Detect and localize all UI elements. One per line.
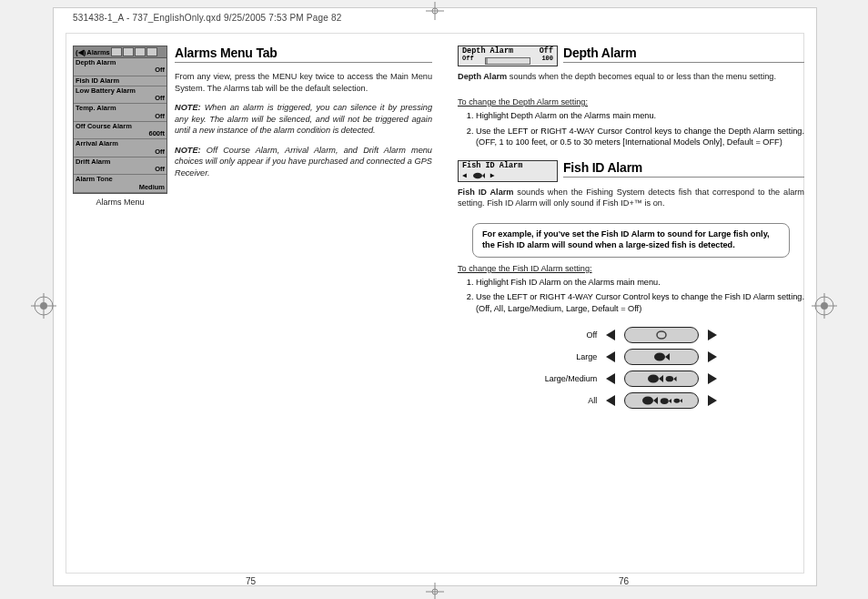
arrow-right-icon <box>704 325 721 345</box>
fish-option-label: Large/Medium <box>541 369 601 389</box>
fish-id-setting-box: Fish ID Alarm ◀ ▶ <box>458 160 558 181</box>
menu-row: Alarm ToneMedium <box>74 175 167 193</box>
depth-alarm-section: Depth AlarmOff Off100 Depth Alarm Depth … <box>458 46 804 91</box>
fish-id-options-table: OffLargeLarge/MediumAll <box>540 323 723 412</box>
fish-id-example-box: For example, if you've set the Fish ID A… <box>472 223 790 258</box>
depth-alarm-setting-box: Depth AlarmOff Off100 <box>458 46 558 66</box>
menu-row: Off Course Alarm600ft <box>74 122 167 140</box>
svg-marker-20 <box>659 375 663 382</box>
svg-point-14 <box>473 173 482 178</box>
registration-mark-right <box>812 293 837 319</box>
fish-option-label: All <box>541 391 601 411</box>
fish-option-row: Large/Medium <box>541 369 722 389</box>
page-number-left: 75 <box>246 576 256 586</box>
fishid-step-2: Use the LEFT or RIGHT 4-WAY Cursor Contr… <box>476 291 804 314</box>
right-column: Depth AlarmOff Off100 Depth Alarm Depth … <box>458 46 804 563</box>
svg-point-27 <box>674 399 681 403</box>
fish-option-icon <box>624 392 699 409</box>
registration-mark-left <box>31 293 56 319</box>
menu-header: (◀)Alarms <box>74 46 167 58</box>
print-header: 531438-1_A - 737_EnglishOnly.qxd 9/25/20… <box>73 13 342 23</box>
depth-step-1: Highlight Depth Alarm on the Alarms main… <box>476 110 804 121</box>
fish-id-intro: Fish ID Alarm sounds when the Fishing Sy… <box>458 187 804 209</box>
fish-option-label: Off <box>541 325 601 345</box>
svg-marker-28 <box>680 399 682 402</box>
svg-point-17 <box>654 353 665 361</box>
svg-point-21 <box>666 376 673 381</box>
svg-point-19 <box>648 375 659 383</box>
menu-caption: Alarms Menu <box>73 198 167 207</box>
fish-id-change-heading: To change the Fish ID Alarm setting: <box>458 263 804 274</box>
fish-id-steps: Highlight Fish ID Alarm on the Alarms ma… <box>458 277 804 314</box>
svg-marker-22 <box>673 376 676 381</box>
arrow-right-icon <box>704 391 721 411</box>
page-number-right: 76 <box>619 576 629 586</box>
arrow-left-icon <box>602 369 619 389</box>
crop-mark-top <box>426 2 444 20</box>
svg-point-23 <box>642 397 653 405</box>
svg-marker-15 <box>482 173 485 178</box>
fishid-step-1: Highlight Fish ID Alarm on the Alarms ma… <box>476 277 804 288</box>
alarms-menu-screenshot: (◀)Alarms Depth AlarmOffFish ID AlarmLow… <box>73 46 167 207</box>
section-rule <box>563 62 804 63</box>
arrow-left-icon <box>602 325 619 345</box>
menu-row: Drift AlarmOff <box>74 157 167 176</box>
fish-option-row: Off <box>541 325 722 345</box>
fish-option-icon <box>624 327 699 343</box>
depth-step-2: Use the LEFT or RIGHT 4-WAY Cursor Contr… <box>476 126 804 148</box>
fish-option-row: All <box>541 391 722 411</box>
depth-alarm-intro: Depth Alarm sounds when the depth become… <box>458 71 804 82</box>
arrow-right-icon <box>704 369 721 389</box>
arrow-left-icon <box>602 347 619 367</box>
menu-row: Low Battery AlarmOff <box>74 86 167 105</box>
alarms-note-1: NOTE: When an alarm is triggered, you ca… <box>175 102 432 136</box>
svg-marker-26 <box>668 398 671 403</box>
crop-mark-bottom <box>426 583 444 599</box>
svg-marker-24 <box>653 397 658 404</box>
fish-option-label: Large <box>541 347 601 367</box>
svg-marker-18 <box>665 353 670 360</box>
arrow-right-icon <box>704 347 721 367</box>
alarms-note-2: NOTE: Off Course Alarm, Arrival Alarm, a… <box>175 145 432 178</box>
menu-row: Temp. AlarmOff <box>74 104 167 122</box>
fish-option-icon <box>624 349 699 365</box>
arrow-left-icon <box>602 391 619 411</box>
section-rule <box>175 62 432 63</box>
fish-option-row: Large <box>541 347 722 367</box>
svg-point-25 <box>660 398 668 404</box>
fish-option-icon <box>624 371 699 387</box>
alarms-intro-text: From any view, press the MENU key twice … <box>175 71 432 94</box>
section-rule <box>563 177 804 178</box>
menu-row: Arrival AlarmOff <box>74 139 167 157</box>
depth-alarm-steps: Highlight Depth Alarm on the Alarms main… <box>458 110 804 147</box>
menu-row: Depth AlarmOff <box>74 58 167 76</box>
menu-row: Fish ID Alarm <box>74 76 167 86</box>
svg-point-16 <box>657 331 666 339</box>
depth-alarm-change-heading: To change the Depth Alarm setting: <box>458 96 804 107</box>
fish-id-alarm-section: Fish ID Alarm ◀ ▶ Fish ID Alarm Fish ID … <box>458 160 804 217</box>
page-content: (◀)Alarms Depth AlarmOffFish ID AlarmLow… <box>73 46 804 563</box>
left-column: (◀)Alarms Depth AlarmOffFish ID AlarmLow… <box>73 46 432 563</box>
